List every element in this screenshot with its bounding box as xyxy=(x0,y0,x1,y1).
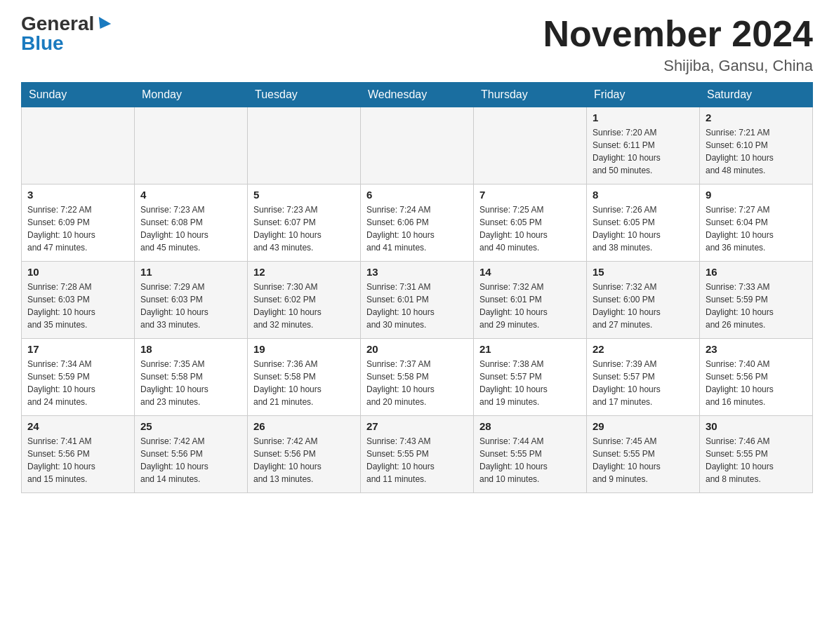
calendar-cell: 15Sunrise: 7:32 AM Sunset: 6:00 PM Dayli… xyxy=(587,262,700,339)
col-friday: Friday xyxy=(587,83,700,107)
calendar-cell: 22Sunrise: 7:39 AM Sunset: 5:57 PM Dayli… xyxy=(587,339,700,416)
calendar-cell: 6Sunrise: 7:24 AM Sunset: 6:06 PM Daylig… xyxy=(361,185,474,262)
day-number: 7 xyxy=(479,189,581,201)
day-info: Sunrise: 7:36 AM Sunset: 5:58 PM Dayligh… xyxy=(253,358,355,408)
calendar-cell xyxy=(135,107,248,185)
day-info: Sunrise: 7:21 AM Sunset: 6:10 PM Dayligh… xyxy=(706,126,807,177)
col-tuesday: Tuesday xyxy=(248,83,361,107)
calendar-cell: 23Sunrise: 7:40 AM Sunset: 5:56 PM Dayli… xyxy=(700,339,813,416)
day-info: Sunrise: 7:34 AM Sunset: 5:59 PM Dayligh… xyxy=(27,358,128,408)
day-info: Sunrise: 7:38 AM Sunset: 5:57 PM Dayligh… xyxy=(479,358,581,408)
day-number: 26 xyxy=(253,420,355,432)
calendar-cell: 3Sunrise: 7:22 AM Sunset: 6:09 PM Daylig… xyxy=(22,185,135,262)
day-info: Sunrise: 7:32 AM Sunset: 6:01 PM Dayligh… xyxy=(479,281,581,331)
col-monday: Monday xyxy=(135,83,248,107)
day-number: 6 xyxy=(366,189,468,201)
day-info: Sunrise: 7:32 AM Sunset: 6:00 PM Dayligh… xyxy=(593,281,694,331)
day-number: 11 xyxy=(140,266,241,278)
calendar-cell: 20Sunrise: 7:37 AM Sunset: 5:58 PM Dayli… xyxy=(361,339,474,416)
calendar-cell: 10Sunrise: 7:28 AM Sunset: 6:03 PM Dayli… xyxy=(22,262,135,339)
calendar-cell xyxy=(474,107,587,185)
calendar-cell: 30Sunrise: 7:46 AM Sunset: 5:55 PM Dayli… xyxy=(700,416,813,493)
calendar-cell: 16Sunrise: 7:33 AM Sunset: 5:59 PM Dayli… xyxy=(700,262,813,339)
logo-bottom: Blue xyxy=(21,34,64,53)
month-title: November 2024 xyxy=(543,14,813,54)
calendar-table: Sunday Monday Tuesday Wednesday Thursday… xyxy=(21,82,813,493)
calendar-cell: 4Sunrise: 7:23 AM Sunset: 6:08 PM Daylig… xyxy=(135,185,248,262)
location-text: Shijiba, Gansu, China xyxy=(543,57,813,75)
day-number: 2 xyxy=(706,112,807,123)
day-number: 23 xyxy=(706,343,807,355)
day-info: Sunrise: 7:40 AM Sunset: 5:56 PM Dayligh… xyxy=(706,358,807,408)
day-info: Sunrise: 7:39 AM Sunset: 5:57 PM Dayligh… xyxy=(593,358,694,408)
calendar-cell: 25Sunrise: 7:42 AM Sunset: 5:56 PM Dayli… xyxy=(135,416,248,493)
col-saturday: Saturday xyxy=(700,83,813,107)
page-header: General Blue November 2024 Shijiba, Gans… xyxy=(21,14,813,75)
day-info: Sunrise: 7:28 AM Sunset: 6:03 PM Dayligh… xyxy=(27,281,128,331)
day-info: Sunrise: 7:37 AM Sunset: 5:58 PM Dayligh… xyxy=(366,358,468,408)
calendar-week-4: 17Sunrise: 7:34 AM Sunset: 5:59 PM Dayli… xyxy=(22,339,813,416)
day-number: 24 xyxy=(27,420,128,432)
day-info: Sunrise: 7:35 AM Sunset: 5:58 PM Dayligh… xyxy=(140,358,241,408)
title-block: November 2024 Shijiba, Gansu, China xyxy=(543,14,813,75)
day-info: Sunrise: 7:45 AM Sunset: 5:55 PM Dayligh… xyxy=(593,435,694,485)
logo-top: General xyxy=(21,14,110,34)
day-info: Sunrise: 7:27 AM Sunset: 6:04 PM Dayligh… xyxy=(706,203,807,254)
day-number: 22 xyxy=(593,343,694,355)
calendar-cell: 29Sunrise: 7:45 AM Sunset: 5:55 PM Dayli… xyxy=(587,416,700,493)
day-number: 20 xyxy=(366,343,468,355)
calendar-cell: 13Sunrise: 7:31 AM Sunset: 6:01 PM Dayli… xyxy=(361,262,474,339)
day-number: 4 xyxy=(140,189,241,201)
calendar-week-3: 10Sunrise: 7:28 AM Sunset: 6:03 PM Dayli… xyxy=(22,262,813,339)
calendar-cell xyxy=(248,107,361,185)
calendar-cell: 11Sunrise: 7:29 AM Sunset: 6:03 PM Dayli… xyxy=(135,262,248,339)
day-info: Sunrise: 7:42 AM Sunset: 5:56 PM Dayligh… xyxy=(253,435,355,485)
day-number: 14 xyxy=(479,266,581,278)
day-number: 5 xyxy=(253,189,355,201)
calendar-cell: 2Sunrise: 7:21 AM Sunset: 6:10 PM Daylig… xyxy=(700,107,813,185)
day-info: Sunrise: 7:24 AM Sunset: 6:06 PM Dayligh… xyxy=(366,203,468,254)
calendar-header-row: Sunday Monday Tuesday Wednesday Thursday… xyxy=(22,83,813,107)
day-number: 17 xyxy=(27,343,128,355)
day-number: 18 xyxy=(140,343,241,355)
day-number: 10 xyxy=(27,266,128,278)
logo-blue-text: Blue xyxy=(21,32,64,54)
calendar-cell: 28Sunrise: 7:44 AM Sunset: 5:55 PM Dayli… xyxy=(474,416,587,493)
day-info: Sunrise: 7:26 AM Sunset: 6:05 PM Dayligh… xyxy=(593,203,694,254)
calendar-cell: 5Sunrise: 7:23 AM Sunset: 6:07 PM Daylig… xyxy=(248,185,361,262)
day-info: Sunrise: 7:23 AM Sunset: 6:08 PM Dayligh… xyxy=(140,203,241,254)
day-number: 27 xyxy=(366,420,468,432)
calendar-cell: 18Sunrise: 7:35 AM Sunset: 5:58 PM Dayli… xyxy=(135,339,248,416)
day-number: 29 xyxy=(593,420,694,432)
day-info: Sunrise: 7:29 AM Sunset: 6:03 PM Dayligh… xyxy=(140,281,241,331)
day-info: Sunrise: 7:23 AM Sunset: 6:07 PM Dayligh… xyxy=(253,203,355,254)
calendar-cell: 9Sunrise: 7:27 AM Sunset: 6:04 PM Daylig… xyxy=(700,185,813,262)
day-info: Sunrise: 7:30 AM Sunset: 6:02 PM Dayligh… xyxy=(253,281,355,331)
day-number: 9 xyxy=(706,189,807,201)
day-number: 8 xyxy=(593,189,694,201)
day-number: 1 xyxy=(593,112,694,123)
day-number: 30 xyxy=(706,420,807,432)
calendar-week-5: 24Sunrise: 7:41 AM Sunset: 5:56 PM Dayli… xyxy=(22,416,813,493)
logo: General Blue xyxy=(21,14,110,53)
logo-triangle-icon xyxy=(94,17,111,32)
col-thursday: Thursday xyxy=(474,83,587,107)
day-number: 25 xyxy=(140,420,241,432)
day-info: Sunrise: 7:46 AM Sunset: 5:55 PM Dayligh… xyxy=(706,435,807,485)
calendar-cell: 8Sunrise: 7:26 AM Sunset: 6:05 PM Daylig… xyxy=(587,185,700,262)
day-info: Sunrise: 7:33 AM Sunset: 5:59 PM Dayligh… xyxy=(706,281,807,331)
calendar-cell: 21Sunrise: 7:38 AM Sunset: 5:57 PM Dayli… xyxy=(474,339,587,416)
calendar-cell: 27Sunrise: 7:43 AM Sunset: 5:55 PM Dayli… xyxy=(361,416,474,493)
calendar-cell: 14Sunrise: 7:32 AM Sunset: 6:01 PM Dayli… xyxy=(474,262,587,339)
logo-general-text: General xyxy=(21,13,94,34)
calendar-cell: 24Sunrise: 7:41 AM Sunset: 5:56 PM Dayli… xyxy=(22,416,135,493)
calendar-cell xyxy=(22,107,135,185)
day-number: 12 xyxy=(253,266,355,278)
calendar-cell: 26Sunrise: 7:42 AM Sunset: 5:56 PM Dayli… xyxy=(248,416,361,493)
calendar-cell: 12Sunrise: 7:30 AM Sunset: 6:02 PM Dayli… xyxy=(248,262,361,339)
calendar-cell: 7Sunrise: 7:25 AM Sunset: 6:05 PM Daylig… xyxy=(474,185,587,262)
day-info: Sunrise: 7:22 AM Sunset: 6:09 PM Dayligh… xyxy=(27,203,128,254)
calendar-cell: 17Sunrise: 7:34 AM Sunset: 5:59 PM Dayli… xyxy=(22,339,135,416)
day-info: Sunrise: 7:20 AM Sunset: 6:11 PM Dayligh… xyxy=(593,126,694,177)
day-number: 16 xyxy=(706,266,807,278)
